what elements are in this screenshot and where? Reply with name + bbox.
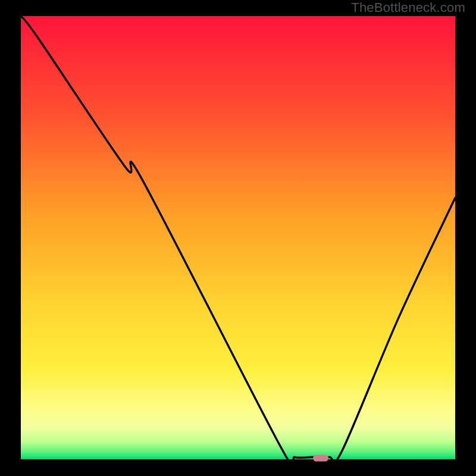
optimal-point-marker	[313, 455, 328, 461]
plot-background	[21, 16, 455, 459]
bottleneck-plot	[0, 0, 476, 476]
chart-frame: { "watermark": "TheBottleneck.com", "col…	[0, 0, 476, 476]
baseline	[21, 458, 455, 459]
watermark-text: TheBottleneck.com	[351, 0, 465, 15]
